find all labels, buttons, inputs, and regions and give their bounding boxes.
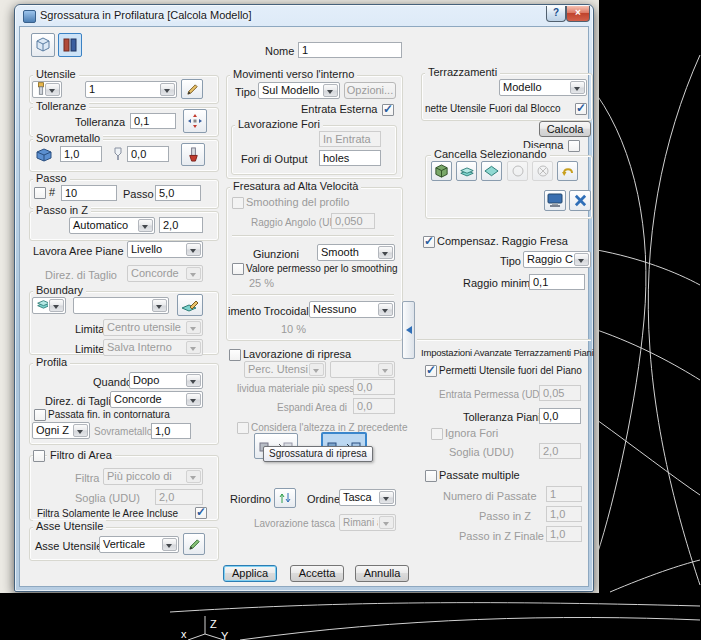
collapse-panel-tab[interactable] (402, 301, 415, 359)
terrazzamenti-select[interactable]: Modello (499, 79, 587, 96)
disegna-checkbox[interactable] (568, 140, 580, 152)
compensaz-checkbox[interactable] (423, 236, 435, 248)
geometry-mode-button[interactable] (31, 33, 55, 57)
entrata-permessa-label: Entrata Permessa (UDU) (439, 389, 550, 400)
tolleranza-piani-input[interactable] (539, 408, 581, 424)
asse-utensile-select[interactable]: Verticale (99, 536, 179, 553)
comp-tipo-select[interactable]: Raggio Com (523, 251, 591, 268)
axis-y-label: Y (221, 630, 228, 640)
aree-piane-label: Lavora Aree Piane (33, 245, 124, 257)
ripresa-source-value (331, 362, 377, 377)
app-icon (23, 10, 36, 23)
screen-select-button[interactable] (544, 190, 566, 211)
giunzioni-select[interactable]: Smooth (317, 244, 395, 261)
lavorazione-tasca-label: Lavorazione tasca (254, 518, 335, 529)
filtro-area-checkbox[interactable] (33, 450, 45, 462)
passata-fin-checkbox[interactable] (34, 409, 46, 421)
passo-hash-label: # (49, 186, 55, 198)
tolleranza-piani-label: Tolleranza Piani (463, 411, 541, 423)
calcola-button[interactable]: Calcola (539, 121, 591, 137)
nome-label: Nome (265, 45, 294, 57)
chevron-down-icon (378, 363, 393, 376)
passate-multiple-checkbox[interactable] (425, 470, 437, 482)
chevron-down-icon (186, 341, 201, 354)
terrazzamenti-value: Modello (500, 80, 569, 95)
clear-sheets-button[interactable] (456, 161, 477, 181)
trocoidale-percent-label: 10 % (281, 323, 306, 335)
annulla-button[interactable]: Annulla (355, 565, 409, 582)
close-button[interactable]: × (566, 6, 590, 22)
boundary-icon-select[interactable] (32, 297, 66, 314)
giunzioni-label: Giunzioni (253, 248, 299, 260)
chevron-down-icon (574, 253, 589, 266)
smoothing-checkbox (232, 197, 244, 209)
chevron-down-icon (378, 303, 393, 316)
tolerance-options-button[interactable] (183, 109, 207, 133)
aree-piane-select[interactable]: Livello (127, 241, 203, 258)
profila-sovr-input[interactable] (151, 423, 191, 439)
ogni-z-select[interactable]: Ogni Z (32, 422, 90, 439)
profila-direz-select[interactable]: Concorde (110, 391, 203, 408)
trocoidale-select[interactable]: Nessuno (309, 301, 395, 318)
ignora-soglia-label: Soglia (UDU) (449, 446, 514, 458)
terrazzamenti-group-title: Terrazzamenti (425, 66, 500, 78)
quando-select[interactable]: Dopo (129, 372, 203, 389)
raggio-minimo-input[interactable] (529, 274, 585, 290)
chevron-down-icon (378, 246, 393, 259)
passo-hash-checkbox[interactable] (34, 187, 46, 199)
undo-button[interactable] (557, 161, 578, 181)
accetta-button[interactable]: Accetta (290, 565, 344, 582)
passo-z-mode-select[interactable]: Automatico (69, 217, 155, 234)
limite-label: Limite (75, 343, 104, 355)
sovrametallo-floor-input[interactable] (127, 146, 169, 162)
chevron-down-icon (309, 363, 324, 376)
chevron-down-icon (186, 321, 201, 334)
clear-surface-button[interactable] (481, 161, 502, 181)
tipo-select[interactable]: Sul Modello (258, 82, 340, 99)
nome-input[interactable] (298, 42, 402, 58)
lavorazione-tasca-select: Rimani a sin (339, 514, 396, 531)
applica-button[interactable]: Applica (223, 565, 277, 582)
passo-z-input[interactable] (159, 217, 203, 233)
ripresa-checkbox[interactable] (229, 349, 241, 361)
sheets-icon (459, 165, 475, 178)
quando-value: Dopo (130, 373, 185, 388)
entrata-esterna-checkbox[interactable] (382, 104, 394, 116)
filtra-incluse-checkbox[interactable] (195, 507, 207, 519)
ignora-soglia-input (539, 443, 581, 459)
edit-tool-button[interactable] (181, 79, 203, 99)
chevron-down-icon (186, 393, 201, 406)
filtra-select: Più piccolo di (103, 468, 203, 485)
cancella-group-title: Cancella Selezionando (431, 148, 550, 160)
help-button[interactable]: ? (546, 6, 566, 22)
ogni-z-value: Ogni Z (33, 423, 72, 438)
separator (417, 339, 591, 341)
passo-z-finale-label: Passo in Z Finale (459, 530, 544, 542)
clear-stock-button[interactable] (431, 161, 452, 181)
axis-x-label: x (181, 628, 187, 640)
offset-options-button[interactable] (181, 143, 205, 166)
edit-boundary-button[interactable] (177, 294, 203, 316)
tool-mode-button[interactable] (58, 33, 82, 57)
edit-axis-button[interactable] (183, 533, 205, 555)
trocoidale-label: imento Trocoidale (228, 305, 315, 317)
boundary-select[interactable] (73, 297, 169, 314)
title-bar[interactable]: Sgrossatura in Profilatura [Calcola Mode… (15, 5, 593, 26)
tool-number-select[interactable]: 1 (85, 81, 177, 98)
valore-permesso-checkbox[interactable] (232, 263, 244, 275)
giunzioni-value: Smooth (318, 245, 377, 260)
tolleranza-input[interactable] (130, 113, 176, 129)
tool-icon-select[interactable] (32, 81, 62, 98)
considera-checkbox (237, 422, 249, 434)
sovrametallo-wall-input[interactable] (60, 146, 102, 162)
sort-button[interactable] (274, 488, 296, 508)
delete-selection-button[interactable] (569, 190, 591, 211)
tolleranza-label: Tolleranza (75, 116, 125, 128)
profila-direz-label: Direz. di Taglio (45, 395, 117, 407)
fori-output-input[interactable] (319, 150, 381, 166)
fuori-blocco-checkbox[interactable] (575, 103, 587, 115)
permetti-checkbox[interactable] (425, 365, 437, 377)
passo-value-input[interactable] (155, 185, 201, 201)
passo-count-input[interactable] (61, 185, 117, 201)
ordine-select[interactable]: Tasca (339, 489, 396, 506)
